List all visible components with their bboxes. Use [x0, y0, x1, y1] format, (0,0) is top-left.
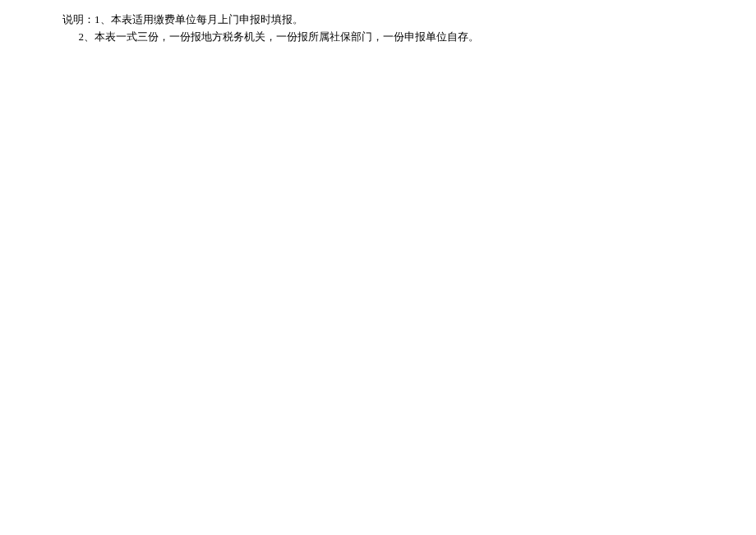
note-item-1-number: 1、	[94, 12, 111, 29]
note-line-2: 2、 本表一式三份，一份报地方税务机关，一份报所属社保部门，一份申报单位自存。	[62, 29, 756, 46]
note-item-2-text: 本表一式三份，一份报地方税务机关，一份报所属社保部门，一份申报单位自存。	[94, 29, 479, 46]
note-indent	[62, 29, 79, 46]
document-content: 说明： 1、 本表适用缴费单位每月上门申报时填报。 2、 本表一式三份，一份报地…	[0, 0, 756, 46]
note-line-1: 说明： 1、 本表适用缴费单位每月上门申报时填报。	[62, 12, 756, 29]
note-item-2-number: 2、	[79, 29, 95, 46]
note-label: 说明：	[62, 12, 94, 29]
note-item-1-text: 本表适用缴费单位每月上门申报时填报。	[111, 12, 303, 29]
